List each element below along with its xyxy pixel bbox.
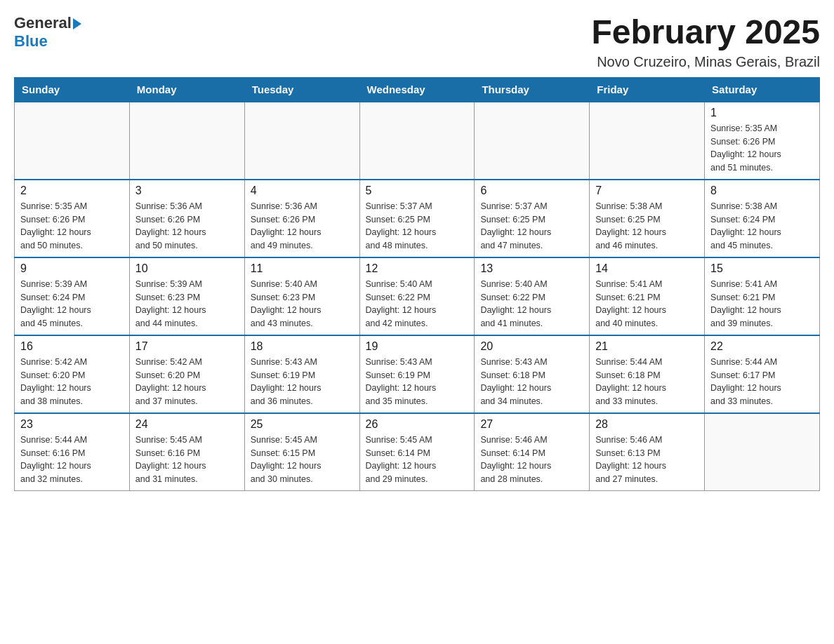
- day-number: 1: [710, 107, 814, 119]
- day-cell: [244, 102, 359, 180]
- day-info: Sunrise: 5:45 AM Sunset: 6:15 PM Dayligh…: [251, 434, 354, 486]
- day-info: Sunrise: 5:43 AM Sunset: 6:18 PM Dayligh…: [480, 356, 583, 408]
- day-cell: 14Sunrise: 5:41 AM Sunset: 6:21 PM Dayli…: [590, 257, 705, 335]
- day-cell: 13Sunrise: 5:40 AM Sunset: 6:22 PM Dayli…: [475, 257, 590, 335]
- week-row-4: 16Sunrise: 5:42 AM Sunset: 6:20 PM Dayli…: [15, 335, 820, 413]
- day-number: 18: [251, 340, 354, 353]
- day-info: Sunrise: 5:42 AM Sunset: 6:20 PM Dayligh…: [135, 356, 239, 408]
- day-info: Sunrise: 5:43 AM Sunset: 6:19 PM Dayligh…: [251, 356, 354, 408]
- day-number: 5: [366, 185, 469, 197]
- day-number: 9: [20, 262, 124, 275]
- day-cell: 4Sunrise: 5:36 AM Sunset: 6:26 PM Daylig…: [244, 180, 359, 257]
- day-cell: 20Sunrise: 5:43 AM Sunset: 6:18 PM Dayli…: [475, 335, 590, 413]
- day-info: Sunrise: 5:36 AM Sunset: 6:26 PM Dayligh…: [135, 200, 239, 253]
- day-cell: 21Sunrise: 5:44 AM Sunset: 6:18 PM Dayli…: [590, 335, 705, 413]
- day-number: 15: [710, 262, 814, 275]
- day-info: Sunrise: 5:37 AM Sunset: 6:25 PM Dayligh…: [366, 200, 469, 253]
- day-cell: 15Sunrise: 5:41 AM Sunset: 6:21 PM Dayli…: [705, 257, 820, 335]
- day-cell: [475, 102, 590, 180]
- day-cell: 8Sunrise: 5:38 AM Sunset: 6:24 PM Daylig…: [705, 180, 820, 257]
- day-cell: 10Sunrise: 5:39 AM Sunset: 6:23 PM Dayli…: [129, 257, 244, 335]
- weekday-header-thursday: Thursday: [475, 77, 590, 102]
- day-cell: 6Sunrise: 5:37 AM Sunset: 6:25 PM Daylig…: [475, 180, 590, 257]
- day-cell: [590, 102, 705, 180]
- day-cell: 25Sunrise: 5:45 AM Sunset: 6:15 PM Dayli…: [244, 413, 359, 491]
- day-number: 28: [595, 418, 699, 431]
- day-info: Sunrise: 5:39 AM Sunset: 6:23 PM Dayligh…: [135, 278, 239, 330]
- day-number: 14: [595, 262, 699, 275]
- week-row-5: 23Sunrise: 5:44 AM Sunset: 6:16 PM Dayli…: [15, 413, 820, 491]
- calendar-table: SundayMondayTuesdayWednesdayThursdayFrid…: [14, 77, 820, 491]
- logo-general-text: General: [14, 14, 72, 32]
- day-info: Sunrise: 5:45 AM Sunset: 6:16 PM Dayligh…: [135, 434, 239, 486]
- day-number: 21: [595, 340, 699, 353]
- weekday-header-wednesday: Wednesday: [359, 77, 475, 102]
- day-info: Sunrise: 5:40 AM Sunset: 6:22 PM Dayligh…: [480, 278, 583, 330]
- day-number: 23: [20, 418, 124, 431]
- day-info: Sunrise: 5:40 AM Sunset: 6:23 PM Dayligh…: [251, 278, 354, 330]
- location-label: Novo Cruzeiro, Minas Gerais, Brazil: [591, 54, 820, 70]
- weekday-header-row: SundayMondayTuesdayWednesdayThursdayFrid…: [15, 77, 820, 102]
- day-cell: [359, 102, 475, 180]
- day-cell: [705, 413, 820, 491]
- day-cell: 17Sunrise: 5:42 AM Sunset: 6:20 PM Dayli…: [129, 335, 244, 413]
- day-cell: 11Sunrise: 5:40 AM Sunset: 6:23 PM Dayli…: [244, 257, 359, 335]
- day-cell: 23Sunrise: 5:44 AM Sunset: 6:16 PM Dayli…: [15, 413, 130, 491]
- week-row-2: 2Sunrise: 5:35 AM Sunset: 6:26 PM Daylig…: [15, 180, 820, 257]
- day-info: Sunrise: 5:44 AM Sunset: 6:16 PM Dayligh…: [20, 434, 124, 486]
- day-info: Sunrise: 5:45 AM Sunset: 6:14 PM Dayligh…: [366, 434, 469, 486]
- weekday-header-friday: Friday: [590, 77, 705, 102]
- day-cell: 24Sunrise: 5:45 AM Sunset: 6:16 PM Dayli…: [129, 413, 244, 491]
- weekday-header-monday: Monday: [129, 77, 244, 102]
- day-cell: 27Sunrise: 5:46 AM Sunset: 6:14 PM Dayli…: [475, 413, 590, 491]
- day-info: Sunrise: 5:36 AM Sunset: 6:26 PM Dayligh…: [251, 200, 354, 253]
- day-number: 2: [20, 185, 124, 197]
- day-cell: 26Sunrise: 5:45 AM Sunset: 6:14 PM Dayli…: [359, 413, 475, 491]
- weekday-header-sunday: Sunday: [15, 77, 130, 102]
- day-cell: 22Sunrise: 5:44 AM Sunset: 6:17 PM Dayli…: [705, 335, 820, 413]
- day-number: 22: [710, 340, 814, 353]
- day-info: Sunrise: 5:41 AM Sunset: 6:21 PM Dayligh…: [595, 278, 699, 330]
- day-cell: 16Sunrise: 5:42 AM Sunset: 6:20 PM Dayli…: [15, 335, 130, 413]
- day-cell: 9Sunrise: 5:39 AM Sunset: 6:24 PM Daylig…: [15, 257, 130, 335]
- day-info: Sunrise: 5:39 AM Sunset: 6:24 PM Dayligh…: [20, 278, 124, 330]
- day-cell: 3Sunrise: 5:36 AM Sunset: 6:26 PM Daylig…: [129, 180, 244, 257]
- day-cell: 19Sunrise: 5:43 AM Sunset: 6:19 PM Dayli…: [359, 335, 475, 413]
- day-info: Sunrise: 5:46 AM Sunset: 6:14 PM Dayligh…: [480, 434, 583, 486]
- day-cell: 1Sunrise: 5:35 AM Sunset: 6:26 PM Daylig…: [705, 102, 820, 180]
- day-cell: 2Sunrise: 5:35 AM Sunset: 6:26 PM Daylig…: [15, 180, 130, 257]
- day-info: Sunrise: 5:41 AM Sunset: 6:21 PM Dayligh…: [710, 278, 814, 330]
- day-number: 8: [710, 185, 814, 197]
- title-block: February 2025 Novo Cruzeiro, Minas Gerai…: [591, 14, 820, 70]
- day-number: 26: [366, 418, 469, 431]
- day-number: 10: [135, 262, 239, 275]
- day-cell: 5Sunrise: 5:37 AM Sunset: 6:25 PM Daylig…: [359, 180, 475, 257]
- logo-arrow-icon: [73, 18, 81, 29]
- day-number: 6: [480, 185, 583, 197]
- day-info: Sunrise: 5:38 AM Sunset: 6:25 PM Dayligh…: [595, 200, 699, 253]
- day-cell: 28Sunrise: 5:46 AM Sunset: 6:13 PM Dayli…: [590, 413, 705, 491]
- day-info: Sunrise: 5:35 AM Sunset: 6:26 PM Dayligh…: [710, 122, 814, 175]
- day-info: Sunrise: 5:44 AM Sunset: 6:18 PM Dayligh…: [595, 356, 699, 408]
- day-info: Sunrise: 5:38 AM Sunset: 6:24 PM Dayligh…: [710, 200, 814, 253]
- day-info: Sunrise: 5:44 AM Sunset: 6:17 PM Dayligh…: [710, 356, 814, 408]
- day-number: 20: [480, 340, 583, 353]
- day-info: Sunrise: 5:46 AM Sunset: 6:13 PM Dayligh…: [595, 434, 699, 486]
- day-info: Sunrise: 5:40 AM Sunset: 6:22 PM Dayligh…: [366, 278, 469, 330]
- day-cell: 18Sunrise: 5:43 AM Sunset: 6:19 PM Dayli…: [244, 335, 359, 413]
- logo-blue-text: Blue: [14, 32, 48, 51]
- day-cell: [129, 102, 244, 180]
- day-number: 17: [135, 340, 239, 353]
- day-number: 3: [135, 185, 239, 197]
- day-number: 27: [480, 418, 583, 431]
- day-number: 19: [366, 340, 469, 353]
- day-number: 13: [480, 262, 583, 275]
- weekday-header-tuesday: Tuesday: [244, 77, 359, 102]
- day-number: 11: [251, 262, 354, 275]
- day-number: 25: [251, 418, 354, 431]
- day-cell: 12Sunrise: 5:40 AM Sunset: 6:22 PM Dayli…: [359, 257, 475, 335]
- day-cell: 7Sunrise: 5:38 AM Sunset: 6:25 PM Daylig…: [590, 180, 705, 257]
- calendar-title: February 2025: [591, 14, 820, 51]
- day-cell: [15, 102, 130, 180]
- day-number: 24: [135, 418, 239, 431]
